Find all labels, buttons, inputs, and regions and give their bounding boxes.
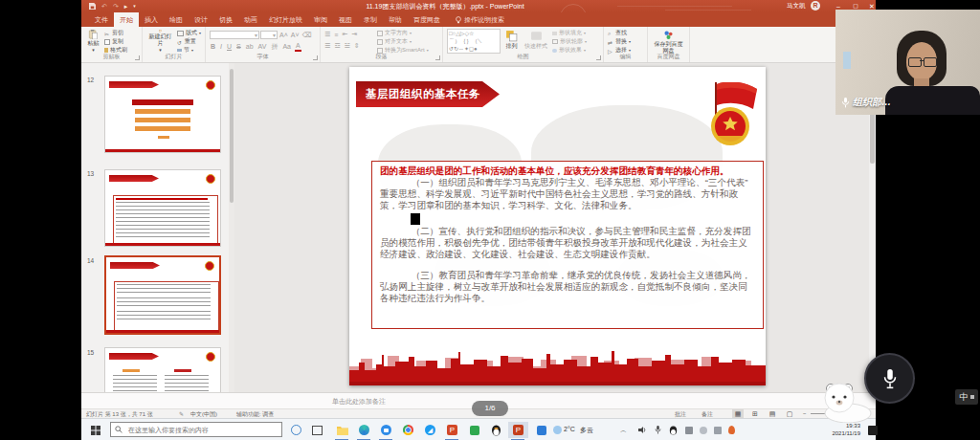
align-text-button[interactable]: 对齐文本▾ [377,37,429,46]
tab-design[interactable]: 设计 [189,12,213,27]
search-input[interactable] [126,426,274,434]
italic-button[interactable]: I [219,42,223,51]
dialog-launcher-icon[interactable] [135,55,140,60]
tab-record[interactable]: 录制 [358,12,383,27]
text-direction-button[interactable]: 文字方向▾ [377,29,429,37]
new-slide-button[interactable]: 新建幻灯片▾ [146,29,174,54]
panel-scrollbar-thumb[interactable] [230,69,234,203]
slide-thumbnail-14-selected[interactable] [104,255,221,335]
weather-condition[interactable]: 多云 [580,426,593,435]
volume-icon[interactable] [635,422,651,438]
numbering-icon[interactable]: ≡ [334,32,338,38]
normal-view-icon[interactable]: ▦ [732,409,744,418]
align-right-icon[interactable]: ☱ [345,42,350,50]
taskbar-app-chrome[interactable] [400,422,416,438]
tab-review[interactable]: 审阅 [308,12,333,27]
slide-thumbnail-13[interactable] [104,169,221,247]
taskbar-app-dingtalk[interactable]: ◢ [422,422,438,438]
tab-insert[interactable]: 插入 [139,12,164,27]
change-case-button[interactable]: Aa [281,42,292,51]
slide-thumbnail-15[interactable] [104,347,221,392]
underline-button[interactable]: U [226,42,233,51]
copy-button[interactable]: 复制 [104,37,127,46]
tab-transitions[interactable]: 切换 [213,12,238,27]
account-avatar[interactable]: R [811,1,820,11]
slide-body-textbox[interactable]: 团的基层组织是团的工作和活动的基本单位，应该充分发挥团结教育青年的核心作用。 （… [371,161,764,329]
bullets-icon[interactable]: ☰ [324,31,330,38]
slideshow-view-icon[interactable]: ▢ [784,409,795,418]
glasses-left-lens [908,57,922,67]
shrink-font-icon[interactable]: A˅ [290,31,301,39]
cortana-icon[interactable] [288,422,304,438]
indent-increase-icon[interactable]: ⇥ [351,31,357,38]
hidden-icons-chevron[interactable]: ︿ [620,426,627,435]
arrange-button[interactable]: 排列 [503,29,520,54]
taskbar-app-green[interactable] [466,422,482,438]
ime-indicator[interactable]: 中 [955,389,978,405]
start-button[interactable] [87,422,103,438]
tell-me-search[interactable]: 操作说明搜索 [446,12,510,27]
char-spacing-button[interactable]: AV [257,42,268,51]
slide-canvas[interactable]: 基层团组织的基本任务 团的基层组织是团的工作和活动的基本单位，应该充分发挥团结教… [349,67,766,385]
shape-fill-button[interactable]: 形状填充▾ [552,29,587,37]
tab-file[interactable]: 文件 [89,12,114,27]
tab-help[interactable]: 帮助 [383,12,408,27]
taskbar-clock[interactable]: 19:33 2021/11/19 [816,422,860,437]
replace-button[interactable]: ⇄替换▾ [608,37,631,46]
taskbar-app-powerpoint[interactable]: P [444,422,460,438]
font-color-button[interactable]: A [295,41,301,52]
taskbar-app-wecom[interactable] [533,422,549,438]
pen-icon[interactable]: ✎ [179,410,184,417]
tab-home[interactable]: 开始 [114,12,139,27]
align-center-icon[interactable]: ☲ [334,42,340,50]
task-view-icon[interactable] [309,422,325,438]
desktop-pet-bear[interactable] [812,379,873,423]
clear-format-icon[interactable]: ⌫ [301,31,313,39]
quick-styles-button[interactable]: 快速样式 [523,29,549,54]
font-name-box[interactable]: ▾ [210,31,259,39]
cut-button[interactable]: ✂剪切 [104,29,127,37]
taskbar-search-box[interactable] [110,422,282,437]
tab-slideshow[interactable]: 幻灯片放映 [263,12,308,27]
slide-thumbnail-12[interactable] [104,76,221,153]
qq-tray-icon[interactable] [665,422,681,438]
bold-button[interactable]: B [210,42,216,51]
account-name[interactable]: 马文凯 [787,2,806,11]
dialog-launcher-icon[interactable] [313,55,318,60]
pinyin-button[interactable]: 拼 [270,42,278,51]
huorong-flame-icon[interactable] [724,422,740,438]
taskbar-app-qq[interactable] [488,422,504,438]
font-size-box[interactable]: ▾ [260,31,278,39]
zoom-out-icon[interactable]: − [803,410,807,416]
taskbar-app-powerpoint-active[interactable]: P [508,422,528,438]
shape-outline-button[interactable]: 形状轮廓▾ [552,37,587,46]
tab-baidu-netdisk[interactable]: 百度网盘 [408,12,446,27]
slide-title-banner[interactable]: 基层团组织的基本任务 [356,81,500,107]
line-spacing-icon[interactable]: ⇕ [354,42,360,50]
dialog-launcher-icon[interactable] [435,55,440,60]
text-shadow-button[interactable]: ab [245,42,255,51]
tab-animations[interactable]: 动画 [238,12,263,27]
taskbar-app-edge[interactable] [356,422,372,438]
notification-center-icon[interactable] [864,422,880,438]
save-to-netdisk-button[interactable]: 保存到百度网盘 [652,29,685,54]
dialog-launcher-icon[interactable] [596,55,601,60]
webcam-video-window[interactable]: 组织部… [835,10,980,115]
align-left-icon[interactable]: ☰ [324,42,330,50]
taskbar-app-file-explorer[interactable] [334,422,350,438]
shapes-gallery[interactable]: □○△▷◇☆ ⌒）｛｝（⟍ ↺↻⇔✦◻● [447,29,501,54]
taskbar-app-meeting[interactable] [378,422,394,438]
paste-button[interactable]: 粘贴▾ [85,29,101,54]
grow-font-icon[interactable]: A˄ [278,31,289,39]
reading-view-icon[interactable]: ▤ [767,409,778,418]
layout-button[interactable]: 版式▾ [177,29,201,37]
indent-decrease-icon[interactable]: ⇤ [342,31,347,38]
weather-temp[interactable]: 2°C [564,426,575,432]
reset-button[interactable]: ↺重置 [177,37,201,46]
strikethrough-button[interactable]: S [235,42,242,51]
slide-sorter-view-icon[interactable]: ⊞ [749,409,761,418]
tab-draw[interactable]: 绘图 [164,12,189,27]
microphone-tray-icon[interactable] [650,422,666,438]
find-button[interactable]: ⌕查找 [608,29,631,37]
tab-view[interactable]: 视图 [333,12,358,27]
